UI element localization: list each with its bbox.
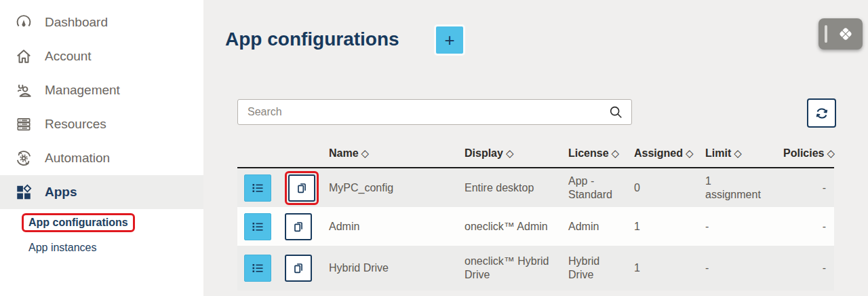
list-icon (250, 219, 266, 235)
page-title: App configurations (225, 29, 399, 50)
header-limit[interactable]: Limit◇ (705, 147, 783, 160)
sidebar-item-label: Management (45, 83, 120, 98)
cell-license: Admin (568, 220, 634, 234)
cell-display: Entire desktop (465, 181, 568, 195)
floating-widget[interactable] (818, 18, 863, 50)
sidebar-item-label: Automation (45, 151, 110, 166)
header-policies[interactable]: Policies◇ (783, 147, 834, 160)
sidebar: Dashboard Account Management (0, 0, 203, 296)
refresh-icon (814, 105, 830, 122)
sort-diamond-icon[interactable]: ◇ (612, 147, 620, 159)
cell-license: App - Standard (568, 174, 634, 202)
configurations-table: Name◇ Display◇ License◇ Assigned◇ Limit◇… (237, 140, 834, 291)
gauge-icon (15, 14, 33, 31)
sidebar-item-app-configurations[interactable]: App configurations (28, 213, 203, 232)
apps-icon (15, 183, 33, 201)
cell-limit: 1 assignment (705, 174, 770, 202)
header-name[interactable]: Name◇ (329, 147, 465, 160)
sidebar-item-dashboard[interactable]: Dashboard (0, 5, 203, 39)
copy-icon (291, 219, 306, 234)
main-content: App configurations + (203, 0, 868, 296)
search-input[interactable] (238, 106, 608, 118)
sidebar-item-app-instances[interactable]: App instances (28, 242, 203, 254)
sidebar-item-label: Account (45, 49, 92, 64)
cell-license: Hybrid Drive (568, 255, 634, 282)
sort-diamond-icon[interactable]: ◇ (506, 147, 514, 159)
row-details-button[interactable] (244, 255, 271, 282)
cell-display: oneclick™ Hybrid Drive (465, 255, 568, 282)
table-row: MyPC_config Entire desktop App - Standar… (237, 168, 834, 207)
copy-icon (294, 181, 309, 196)
sidebar-item-resources[interactable]: Resources (0, 107, 203, 141)
row-copy-button[interactable] (285, 255, 312, 282)
cell-policies: - (783, 181, 834, 195)
annotation-highlight-box (285, 171, 319, 205)
row-details-button[interactable] (244, 213, 271, 240)
automation-icon (15, 149, 33, 167)
header-assigned[interactable]: Assigned◇ (634, 147, 705, 160)
list-icon (250, 180, 266, 196)
sidebar-sub-menu: App configurations App instances (0, 209, 203, 254)
cell-display: oneclick™ Admin (465, 220, 568, 234)
server-icon (15, 115, 33, 133)
sidebar-item-apps[interactable]: Apps (0, 175, 203, 209)
cell-policies: - (783, 261, 834, 275)
widget-diamond-icon (837, 25, 854, 43)
list-icon (250, 260, 266, 276)
cell-policies: - (783, 220, 834, 234)
sidebar-item-management[interactable]: Management (0, 73, 203, 107)
copy-icon (291, 261, 306, 276)
cell-assigned: 1 (634, 261, 705, 275)
sidebar-item-automation[interactable]: Automation (0, 141, 203, 175)
cell-name: Admin (329, 220, 465, 234)
refresh-button[interactable] (807, 98, 836, 128)
sort-diamond-icon[interactable]: ◇ (686, 147, 694, 159)
sidebar-item-label: Apps (45, 185, 77, 200)
sidebar-item-label: Dashboard (45, 15, 108, 30)
search-bar (237, 99, 632, 125)
cell-assigned: 1 (634, 220, 705, 234)
cell-name: Hybrid Drive (329, 261, 465, 275)
sort-diamond-icon[interactable]: ◇ (827, 147, 835, 159)
table-header-row: Name◇ Display◇ License◇ Assigned◇ Limit◇… (237, 140, 834, 168)
header-license[interactable]: License◇ (568, 147, 634, 160)
add-configuration-button[interactable]: + (436, 26, 463, 54)
cell-name: MyPC_config (329, 181, 465, 195)
home-icon (15, 48, 33, 65)
cell-limit: - (705, 261, 783, 275)
sidebar-item-label: Resources (45, 117, 106, 132)
row-copy-button[interactable] (288, 174, 315, 202)
table-row: Admin oneclick™ Admin Admin 1 - - (237, 207, 834, 246)
sort-diamond-icon[interactable]: ◇ (734, 147, 742, 159)
sort-diamond-icon[interactable]: ◇ (361, 147, 370, 159)
cell-assigned: 0 (634, 181, 705, 195)
widget-handle-bar-icon (825, 25, 827, 43)
sidebar-item-account[interactable]: Account (0, 39, 203, 73)
users-icon (15, 81, 33, 99)
table-row: Hybrid Drive oneclick™ Hybrid Drive Hybr… (237, 246, 834, 291)
annotation-highlight-box: App configurations (22, 213, 135, 232)
search-icon[interactable] (608, 105, 623, 119)
row-details-button[interactable] (244, 174, 271, 202)
header-display[interactable]: Display◇ (465, 147, 568, 160)
cell-limit: - (705, 220, 783, 234)
row-copy-button[interactable] (285, 213, 312, 240)
